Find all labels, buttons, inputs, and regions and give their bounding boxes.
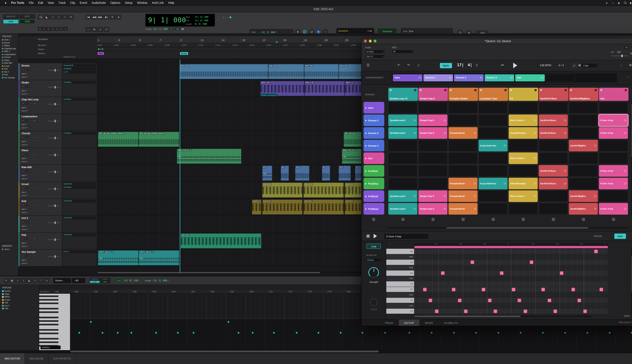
clip-cell-synthcllbgbss[interactable]: SynthCllBgBss▷ bbox=[569, 203, 598, 214]
clip-midi-1-03[interactable]: MIDI 1-03 bbox=[304, 81, 345, 96]
swing-knob[interactable] bbox=[370, 298, 378, 306]
sketch-tab-global-fx[interactable]: GLOBAL FX bbox=[438, 320, 464, 326]
apple-menu-icon[interactable]: ● bbox=[2, 1, 9, 4]
midi-editor-scrollbar[interactable] bbox=[0, 350, 632, 353]
record-dot[interactable] bbox=[504, 89, 506, 91]
be-key[interactable] bbox=[39, 318, 70, 320]
record-enable-button[interactable] bbox=[22, 237, 25, 241]
scene-scrollbar[interactable] bbox=[388, 227, 629, 228]
track-header-chords[interactable]: ChordsISMclps ▾wave ▾ bbox=[18, 131, 62, 148]
input-monitor-button[interactable]: I bbox=[25, 204, 28, 207]
clip-cell-pumpkinshakr[interactable]: PumpkinShakr▷ bbox=[448, 178, 478, 189]
midi-mode-grid[interactable]: GRID bbox=[100, 280, 110, 283]
mode-grid[interactable]: GRID bbox=[20, 20, 35, 24]
scene-prt2drp3[interactable]: ▶Prt2Drp3 bbox=[364, 203, 384, 214]
insert-plugin-groovecell[interactable]: GrooveCell bbox=[63, 64, 96, 67]
clip-stop-button[interactable] bbox=[366, 234, 370, 238]
ruler-label-markers[interactable]: Markers bbox=[38, 52, 45, 54]
zoom-preset-3[interactable]: 3 bbox=[51, 27, 54, 30]
clip-inst-1-46[interactable]: Inst 1-46 bbox=[268, 64, 304, 79]
solo-button[interactable]: S bbox=[29, 186, 32, 190]
stop-column-5[interactable] bbox=[522, 218, 525, 221]
stop-column-3[interactable] bbox=[462, 218, 465, 221]
clip-play-button[interactable] bbox=[374, 234, 377, 238]
track-header-drums[interactable]: DrumsISMclps ▾wave ▾ bbox=[18, 63, 62, 80]
midi-mode-spot[interactable]: SPOT bbox=[100, 278, 110, 280]
empty-clip-slot[interactable] bbox=[388, 178, 417, 189]
insert-plugin-synthcell[interactable]: SynthCell bbox=[63, 216, 96, 220]
wave-view-selector[interactable]: wave ▾ bbox=[22, 245, 28, 248]
pencil-tool[interactable]: ✎ bbox=[68, 15, 74, 20]
vol-value[interactable]: 0.0 bbox=[617, 51, 620, 53]
scene-scrollbar-thumb[interactable] bbox=[446, 227, 588, 228]
empty-clip-slot[interactable] bbox=[569, 102, 598, 114]
trim-icon[interactable]: ◣ bbox=[27, 278, 32, 283]
loop-region-bar[interactable] bbox=[414, 246, 608, 248]
clip-r-r[interactable]: R R bbox=[338, 166, 351, 181]
bottom-tab-clip-effects[interactable]: CLIP EFFECTS bbox=[48, 353, 76, 364]
mute-button[interactable]: M bbox=[33, 204, 36, 207]
midi-mode-slip[interactable]: SLIP bbox=[90, 280, 100, 283]
menu-view[interactable]: View bbox=[46, 1, 56, 4]
stop-all-button[interactable] bbox=[372, 218, 375, 221]
midi-note[interactable] bbox=[599, 288, 603, 291]
be-key[interactable] bbox=[39, 310, 70, 312]
midi-note[interactable] bbox=[428, 298, 432, 302]
mute-button[interactable]: M bbox=[33, 119, 36, 122]
mute-button[interactable]: M bbox=[33, 68, 36, 71]
sidebar-track-glass[interactable]: Glass bbox=[0, 59, 18, 62]
empty-clip-slot[interactable] bbox=[388, 165, 417, 177]
clip-cell-pumpkinshakr[interactable]: PumpkinShakr▷ bbox=[448, 127, 478, 139]
menu-app[interactable]: Pro Tools bbox=[9, 1, 26, 4]
menu-options[interactable]: Options bbox=[108, 1, 122, 4]
arrangement-intro[interactable]: Intro1X bbox=[393, 74, 422, 82]
be-key[interactable] bbox=[39, 302, 70, 304]
clip-cell-rob-s-crash-2[interactable]: Rob's Crash 2▷ bbox=[509, 114, 538, 126]
sidebar-track-sub[interactable]: Sub bbox=[0, 68, 18, 70]
insert-plugin-chrdstrp[interactable]: ChrdStrp bbox=[63, 67, 96, 70]
mute-button[interactable]: M bbox=[33, 153, 36, 156]
zoom-preset-5[interactable]: 5 bbox=[60, 27, 63, 30]
go-to-end[interactable]: ▶| bbox=[104, 15, 109, 20]
mute-button[interactable]: M bbox=[624, 46, 628, 49]
wave-view-selector[interactable]: wave ▾ bbox=[22, 110, 28, 112]
clip-view-selector[interactable]: clps ▾ bbox=[22, 72, 26, 75]
insert-plugin-synthcell[interactable]: SynthCell bbox=[63, 233, 96, 236]
clip-cell-syntaktloop14[interactable]: SyntaktLoop14▷ bbox=[388, 127, 417, 139]
midi-note[interactable] bbox=[470, 260, 474, 264]
empty-clip-slot[interactable] bbox=[539, 203, 568, 214]
clip-cell-islplckdwntps[interactable]: IsLpLckdwnTps▷ bbox=[478, 178, 508, 189]
piano-key-a3[interactable]: A3 bbox=[386, 260, 414, 265]
track-header-glass[interactable]: GlassISMclps ▾wave ▾ bbox=[18, 148, 62, 165]
arrangement-out[interactable]: Out1X bbox=[515, 74, 545, 82]
empty-clip-slot[interactable] bbox=[388, 102, 417, 114]
track-header-loopmasters[interactable]: LoopmastersISMclps ▾wave ▾ bbox=[18, 114, 62, 131]
close-button[interactable] bbox=[364, 40, 367, 42]
wave-view-selector[interactable]: wave ▾ bbox=[22, 76, 28, 78]
clip-cell-rob-s-crash-2[interactable]: Rob's Crash 2▷ bbox=[509, 152, 538, 164]
insert-plugin-synthcell[interactable]: SynthCell bbox=[63, 200, 96, 202]
insert-plugin-chrdstrp[interactable]: ChrdStrp bbox=[63, 186, 96, 189]
empty-clip-slot[interactable] bbox=[448, 102, 478, 114]
clip-cell-synthcell-bass[interactable]: SynthCell Bass▷ bbox=[539, 178, 568, 189]
add-icon[interactable]: + bbox=[32, 278, 38, 283]
stop-column-4[interactable] bbox=[492, 218, 495, 221]
empty-clip-slot[interactable] bbox=[509, 140, 538, 152]
empty-clip-slot[interactable] bbox=[448, 114, 478, 126]
notes-icon[interactable]: ♫ bbox=[15, 278, 20, 283]
record-enable-button[interactable] bbox=[22, 153, 25, 156]
track-selector[interactable]: Drums ▾ bbox=[53, 278, 71, 283]
insert-plugin-chrdstrp[interactable]: ChrdStrp bbox=[63, 81, 96, 84]
record-enable-button[interactable] bbox=[22, 186, 25, 190]
piano-key-d3[interactable]: D3 bbox=[386, 298, 414, 303]
empty-clip-slot[interactable] bbox=[569, 165, 598, 177]
input-monitor-button[interactable]: I bbox=[25, 102, 28, 105]
grid-view-button[interactable]: Grid bbox=[614, 234, 626, 239]
ruler-label-tempo[interactable]: Tempo bbox=[38, 48, 44, 50]
midi-input-select[interactable]: All▾ bbox=[392, 50, 414, 53]
main-counter[interactable]: 9| 1| 000 Start17| 4| 480End17| 4| 480Le… bbox=[145, 14, 215, 26]
track-header-clap-hat-loop[interactable]: Clap Hat LoopISMclps ▾wave ▾ bbox=[18, 97, 62, 114]
clip-cell-simple-clap-5[interactable]: Simple Clap 5▷ bbox=[418, 190, 448, 202]
be-key[interactable] bbox=[39, 294, 70, 296]
scene-column-arp[interactable]: ▦Arp bbox=[599, 88, 628, 101]
